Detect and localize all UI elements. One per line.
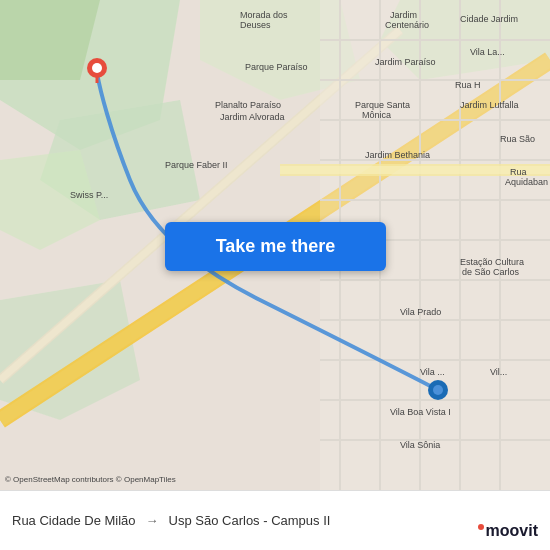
svg-text:Deuses: Deuses	[240, 20, 271, 30]
svg-text:Vila ...: Vila ...	[420, 367, 445, 377]
svg-text:Jardim Alvorada: Jardim Alvorada	[220, 112, 285, 122]
svg-text:Parque Santa: Parque Santa	[355, 100, 410, 110]
map-container: Morada dos Deuses Jardim Centenário Cida…	[0, 0, 550, 490]
footer-route: Rua Cidade De Milão → Usp São Carlos - C…	[12, 513, 538, 528]
footer-route-info: Rua Cidade De Milão → Usp São Carlos - C…	[12, 513, 538, 528]
moovit-dot	[478, 524, 484, 530]
svg-text:Rua H: Rua H	[455, 80, 481, 90]
footer-arrow: →	[146, 513, 159, 528]
svg-text:Parque Faber II: Parque Faber II	[165, 160, 228, 170]
svg-text:Mônica: Mônica	[362, 110, 391, 120]
footer-destination: Usp São Carlos - Campus II	[169, 513, 331, 528]
footer: Rua Cidade De Milão → Usp São Carlos - C…	[0, 490, 550, 550]
svg-text:Jardim: Jardim	[390, 10, 417, 20]
svg-text:Cidade Jardim: Cidade Jardim	[460, 14, 518, 24]
svg-text:Vila La...: Vila La...	[470, 47, 505, 57]
svg-text:Rua São: Rua São	[500, 134, 535, 144]
svg-text:Jardim Bethania: Jardim Bethania	[365, 150, 430, 160]
svg-text:© OpenStreetMap contributors ©: © OpenStreetMap contributors © OpenMapTi…	[5, 475, 176, 484]
moovit-logo: moovit	[478, 522, 538, 540]
svg-text:Jardim Paraíso: Jardim Paraíso	[375, 57, 436, 67]
svg-text:Morada dos: Morada dos	[240, 10, 288, 20]
svg-point-62	[433, 385, 443, 395]
svg-text:Jardim Lutfalla: Jardim Lutfalla	[460, 100, 519, 110]
moovit-brand-text: moovit	[486, 522, 538, 540]
svg-text:Planalto Paraíso: Planalto Paraíso	[215, 100, 281, 110]
svg-text:Vila Sônia: Vila Sônia	[400, 440, 440, 450]
svg-text:Vil...: Vil...	[490, 367, 507, 377]
svg-text:de São Carlos: de São Carlos	[462, 267, 520, 277]
svg-text:Vila Boa Vista I: Vila Boa Vista I	[390, 407, 451, 417]
svg-text:Rua: Rua	[510, 167, 527, 177]
footer-origin: Rua Cidade De Milão	[12, 513, 136, 528]
svg-point-59	[92, 63, 102, 73]
take-me-there-button[interactable]: Take me there	[165, 222, 386, 271]
svg-text:Aquidaban: Aquidaban	[505, 177, 548, 187]
svg-text:Centenário: Centenário	[385, 20, 429, 30]
svg-text:Vila Prado: Vila Prado	[400, 307, 441, 317]
svg-text:Swiss P...: Swiss P...	[70, 190, 108, 200]
svg-text:Parque Paraíso: Parque Paraíso	[245, 62, 308, 72]
svg-text:Estação Cultura: Estação Cultura	[460, 257, 524, 267]
